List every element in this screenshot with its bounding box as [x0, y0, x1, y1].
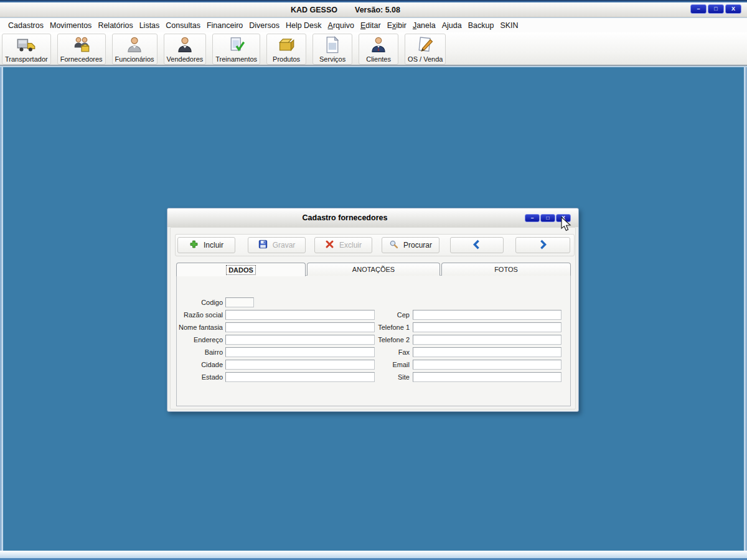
tab-fotos[interactable]: FOTOS	[441, 263, 571, 276]
toolbar-button-funcionarios[interactable]: Funcionários	[112, 34, 157, 65]
maximize-icon: □	[714, 6, 717, 12]
menu-item-exibir[interactable]: Exibir	[384, 19, 410, 32]
suppliers-icon	[72, 35, 91, 55]
cep-field[interactable]	[413, 310, 561, 320]
seller-icon	[176, 35, 194, 55]
cidade-field[interactable]	[225, 360, 375, 370]
employee-icon	[125, 35, 144, 55]
close-icon: X	[731, 6, 735, 12]
toolbar-button-label: Fornecedores	[60, 55, 103, 63]
toolbar-button-servicos[interactable]: Serviços	[312, 34, 352, 65]
telefone2-field[interactable]	[413, 335, 561, 345]
toolbar: Transportador Fornecedores Funcionários …	[0, 32, 747, 66]
estado-field[interactable]	[225, 372, 375, 382]
menu-item-movimentos[interactable]: Movimentos	[47, 19, 95, 32]
bairro-label: Bairro	[174, 347, 223, 357]
dialog-maximize-button[interactable]: □	[540, 214, 555, 222]
menu-item-financeiro[interactable]: Financeiro	[204, 19, 246, 32]
procurar-button[interactable]: Procurar	[382, 237, 439, 253]
order-pencil-icon	[416, 35, 435, 55]
nome-fantasia-field[interactable]	[225, 322, 375, 332]
menu-item-diversos[interactable]: Diversos	[246, 19, 283, 32]
toolbar-button-treinamentos[interactable]: Treinamentos	[212, 34, 260, 65]
tab-label: ANOTAÇÕES	[352, 266, 395, 273]
menu-item-listas[interactable]: Listas	[136, 19, 163, 32]
toolbar-button-label: OS / Venda	[408, 55, 443, 63]
razao-social-label: Razão social	[174, 310, 223, 320]
toolbar-button-label: Funcionários	[115, 55, 154, 63]
document-icon	[323, 35, 342, 55]
tab-label: DADOS	[227, 266, 255, 274]
truck-icon	[17, 35, 35, 55]
menu-item-helpdesk[interactable]: Help Desk	[283, 19, 325, 32]
menu-item-arquivo[interactable]: Arquivo	[325, 19, 357, 32]
dialog-minimize-button[interactable]: –	[525, 214, 540, 222]
window-titlebar: KAD GESSOVersão: 5.08 – □ X	[0, 2, 747, 17]
tab-anotacoes[interactable]: ANOTAÇÕES	[307, 263, 440, 276]
site-label: Site	[354, 372, 410, 382]
chevron-right-icon	[538, 240, 548, 251]
menu-item-cadastros[interactable]: Cadastros	[5, 19, 47, 32]
menubar: Cadastros Movimentos Relatórios Listas C…	[0, 18, 747, 32]
mouse-cursor	[561, 217, 572, 235]
incluir-button[interactable]: Incluir	[177, 237, 235, 253]
menu-item-relatorios[interactable]: Relatórios	[95, 19, 136, 32]
minimize-button[interactable]: –	[690, 4, 707, 14]
window-controls: – □ X	[690, 4, 741, 14]
tab-dados[interactable]: DADOS	[176, 263, 306, 276]
toolbar-button-produtos[interactable]: Produtos	[266, 34, 306, 65]
toolbar-button-label: Serviços	[319, 55, 345, 63]
cep-label: Cep	[354, 310, 410, 320]
maximize-button[interactable]: □	[708, 4, 724, 14]
toolbar-button-fornecedores[interactable]: Fornecedores	[57, 34, 106, 65]
previous-record-button[interactable]	[450, 237, 504, 253]
menu-item-janela[interactable]: Janela	[410, 19, 439, 32]
menu-item-skin[interactable]: SKIN	[497, 19, 521, 32]
fax-field[interactable]	[413, 347, 561, 357]
codigo-field[interactable]	[225, 297, 254, 307]
window-title: KAD GESSOVersão: 5.08	[0, 6, 691, 14]
toolbar-button-vendedores[interactable]: Vendedores	[164, 34, 207, 65]
dialog-cadastro-fornecedores: Cadastro fornecedores – □ X Incluir Grav…	[167, 208, 579, 412]
telefone1-field[interactable]	[413, 322, 561, 332]
menu-item-consultas[interactable]: Consultas	[162, 19, 204, 32]
procurar-label: Procurar	[403, 241, 432, 250]
search-icon	[389, 240, 398, 251]
email-label: Email	[354, 360, 410, 370]
toolbar-button-label: Produtos	[273, 55, 300, 63]
menu-item-backup[interactable]: Backup	[465, 19, 497, 32]
codigo-label: Codigo	[174, 297, 223, 307]
razao-social-field[interactable]	[225, 310, 375, 320]
bairro-field[interactable]	[225, 347, 375, 357]
telefone2-label: Telefone 2	[354, 335, 410, 345]
minimize-icon: –	[531, 215, 534, 221]
endereco-label: Endereço	[174, 335, 223, 345]
menu-item-ajuda[interactable]: Ajuda	[439, 19, 465, 32]
close-button[interactable]: X	[725, 4, 741, 14]
toolbar-button-transportador[interactable]: Transportador	[2, 34, 51, 65]
tab-label: FOTOS	[494, 266, 518, 273]
endereco-field[interactable]	[225, 335, 375, 345]
excluir-button[interactable]: Excluir	[314, 237, 372, 253]
toolbar-button-label: Clientes	[366, 55, 391, 63]
menu-item-editar[interactable]: Editar	[357, 19, 384, 32]
toolbar-button-os-venda[interactable]: OS / Venda	[405, 34, 446, 65]
dialog-titlebar[interactable]: Cadastro fornecedores – □ X	[167, 208, 578, 227]
site-field[interactable]	[413, 372, 561, 382]
dialog-title: Cadastro fornecedores	[167, 213, 522, 222]
next-record-button[interactable]	[515, 237, 570, 253]
toolbar-button-label: Vendedores	[167, 55, 204, 63]
gravar-button[interactable]: Gravar	[248, 237, 306, 253]
nome-fantasia-label: Nome fantasia	[174, 322, 223, 332]
toolbar-button-clientes[interactable]: Clientes	[359, 34, 398, 65]
box-icon	[277, 35, 296, 55]
chevron-left-icon	[472, 240, 482, 251]
excluir-label: Excluir	[339, 241, 362, 250]
toolbar-button-label: Transportador	[5, 55, 48, 63]
maximize-icon: □	[546, 215, 549, 221]
main-window: KAD GESSOVersão: 5.08 – □ X Cadastros Mo…	[0, 0, 747, 560]
fax-label: Fax	[354, 347, 410, 357]
toolbar-button-label: Treinamentos	[215, 55, 257, 63]
email-field[interactable]	[413, 360, 561, 370]
window-frame-bottom	[0, 551, 747, 560]
